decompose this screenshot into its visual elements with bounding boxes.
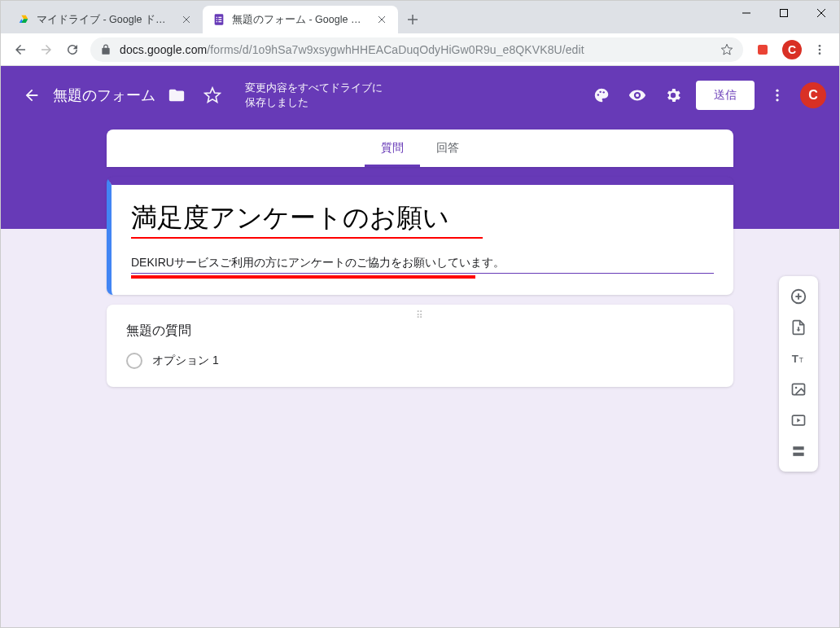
svg-point-34 bbox=[795, 387, 798, 389]
back-button[interactable] bbox=[7, 37, 33, 63]
bookmark-star-icon[interactable] bbox=[720, 43, 733, 56]
extension-icon-1[interactable] bbox=[750, 37, 776, 63]
save-status: 変更内容をすべてドライブに 保存しました bbox=[245, 81, 383, 109]
svg-point-19 bbox=[819, 48, 821, 51]
folder-icon[interactable] bbox=[159, 77, 195, 113]
browser-menu-button[interactable] bbox=[807, 37, 833, 63]
svg-point-27 bbox=[776, 99, 778, 101]
tab-close-icon[interactable] bbox=[180, 13, 193, 26]
svg-rect-1 bbox=[781, 10, 788, 17]
svg-rect-37 bbox=[793, 453, 803, 456]
svg-text:T: T bbox=[799, 356, 803, 364]
svg-point-20 bbox=[819, 52, 821, 55]
send-button[interactable]: 送信 bbox=[696, 81, 755, 110]
form-description-input[interactable] bbox=[131, 253, 714, 274]
svg-point-25 bbox=[776, 90, 778, 92]
svg-text:T: T bbox=[792, 353, 798, 365]
window-close-button[interactable] bbox=[803, 0, 840, 26]
forward-button[interactable] bbox=[33, 37, 59, 63]
reload-button[interactable] bbox=[59, 37, 85, 63]
add-section-button[interactable] bbox=[782, 436, 815, 467]
browser-tabs-bar: マイドライブ - Google ドライブ 無題のフォーム - Google フォ… bbox=[1, 1, 839, 33]
svg-rect-8 bbox=[218, 17, 221, 18]
svg-point-18 bbox=[819, 45, 821, 47]
annotation-underline-desc bbox=[131, 275, 475, 279]
tab-title: 無題のフォーム - Google フォーム bbox=[232, 13, 370, 27]
svg-rect-36 bbox=[793, 446, 803, 450]
address-bar: docs.google.com/forms/d/1o9hSa7w9xsygwhH… bbox=[1, 33, 839, 66]
palette-icon[interactable] bbox=[584, 77, 619, 113]
window-minimize-button[interactable] bbox=[728, 0, 765, 26]
svg-point-23 bbox=[603, 91, 605, 93]
url-host: docs.google.com bbox=[120, 43, 207, 56]
browser-tab-forms[interactable]: 無題のフォーム - Google フォーム bbox=[203, 6, 398, 33]
content-area: 質問 回答 ⠿ 無題の質問 オプション 1 TT bbox=[1, 229, 839, 628]
svg-rect-9 bbox=[217, 19, 217, 20]
svg-point-24 bbox=[636, 94, 639, 97]
import-questions-button[interactable] bbox=[782, 312, 815, 343]
preview-eye-icon[interactable] bbox=[619, 77, 655, 113]
add-question-button[interactable] bbox=[782, 281, 815, 312]
svg-point-26 bbox=[776, 94, 778, 96]
url-path: /forms/d/1o9hSa7w9xsygwhHHEACaDuqOdyHiGw… bbox=[207, 43, 584, 56]
star-icon[interactable] bbox=[195, 77, 230, 113]
add-title-button[interactable]: TT bbox=[782, 343, 815, 374]
form-name[interactable]: 無題のフォーム bbox=[53, 86, 155, 105]
form-title-input[interactable] bbox=[131, 203, 714, 237]
svg-point-21 bbox=[597, 94, 599, 95]
window-maximize-button[interactable] bbox=[765, 0, 803, 26]
svg-rect-11 bbox=[217, 21, 217, 22]
save-status-line2: 保存しました bbox=[245, 95, 383, 110]
tab-responses[interactable]: 回答 bbox=[420, 130, 475, 167]
lock-icon bbox=[100, 44, 112, 55]
tab-title: マイドライブ - Google ドライブ bbox=[37, 13, 175, 27]
url-input[interactable]: docs.google.com/forms/d/1o9hSa7w9xsygwhH… bbox=[90, 37, 743, 62]
form-tabs: 質問 回答 bbox=[107, 130, 733, 167]
svg-rect-7 bbox=[217, 17, 217, 18]
new-tab-button[interactable] bbox=[401, 8, 424, 31]
url-text: docs.google.com/forms/d/1o9hSa7w9xsygwhH… bbox=[120, 43, 714, 56]
svg-rect-17 bbox=[758, 45, 768, 55]
add-video-button[interactable] bbox=[782, 405, 815, 436]
svg-point-22 bbox=[599, 91, 601, 93]
svg-rect-10 bbox=[218, 19, 221, 20]
svg-rect-12 bbox=[218, 21, 221, 22]
tab-close-icon[interactable] bbox=[375, 13, 388, 26]
add-image-button[interactable] bbox=[782, 374, 815, 405]
radio-icon bbox=[126, 353, 142, 369]
drive-favicon bbox=[17, 13, 30, 26]
option-row: オプション 1 bbox=[126, 353, 714, 369]
forms-header: 無題のフォーム 変更内容をすべてドライブに 保存しました 送信 C bbox=[1, 66, 839, 125]
save-status-line1: 変更内容をすべてドライブに bbox=[245, 81, 383, 95]
back-arrow-button[interactable] bbox=[14, 77, 50, 113]
option-label[interactable]: オプション 1 bbox=[152, 354, 219, 368]
browser-tab-drive[interactable]: マイドライブ - Google ドライブ bbox=[7, 6, 203, 33]
drag-handle-icon[interactable]: ⠿ bbox=[416, 310, 425, 321]
more-menu-button[interactable] bbox=[759, 77, 795, 113]
account-avatar[interactable]: C bbox=[800, 82, 826, 108]
floating-toolbar: TT bbox=[779, 276, 818, 472]
forms-favicon bbox=[212, 13, 225, 26]
settings-gear-icon[interactable] bbox=[655, 77, 691, 113]
extension-icon-2[interactable]: C bbox=[779, 37, 805, 63]
question-card[interactable]: ⠿ 無題の質問 オプション 1 bbox=[107, 305, 733, 387]
tab-questions[interactable]: 質問 bbox=[365, 130, 420, 167]
question-title[interactable]: 無題の質問 bbox=[126, 323, 714, 340]
form-title-card[interactable] bbox=[107, 177, 733, 295]
